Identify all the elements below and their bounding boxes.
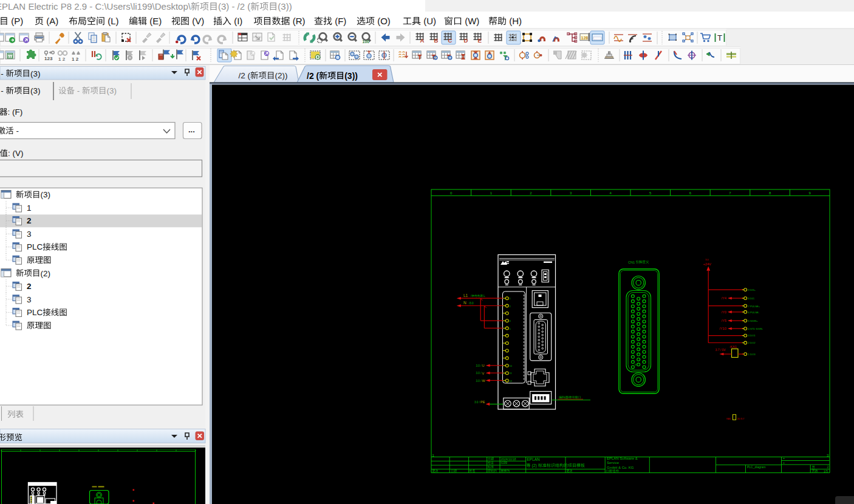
svg-text:/2: /2 (239, 71, 245, 80)
svg-text:PULSE+: PULSE+ (750, 305, 760, 308)
svg-text:(3): (3) (107, 86, 117, 95)
svg-text:(F): (F) (335, 16, 346, 26)
svg-text:(: ( (316, 71, 319, 81)
svg-text:-: - (16, 126, 19, 135)
svg-text:(V): (V) (13, 149, 24, 158)
svg-text:123: 123 (44, 56, 53, 61)
svg-text:Service: Service (607, 461, 620, 465)
svg-text:(3): (3) (218, 1, 229, 12)
svg-text:-: - (232, 1, 235, 12)
svg-text:Software: Software (620, 457, 634, 460)
svg-text:STD: STD (750, 327, 755, 330)
svg-text:DI3+: DI3+ (750, 288, 756, 291)
svg-text:10: 10 (510, 364, 513, 367)
svg-text:(O): (O) (377, 16, 391, 26)
svg-text:PLC_diagram: PLC_diagram (747, 465, 766, 469)
svg-text:0V: 0V (722, 348, 726, 352)
svg-text:20: 20 (737, 418, 740, 420)
svg-text:(2): (2) (531, 463, 537, 468)
svg-text:(2): (2) (41, 269, 51, 278)
svg-text:3: 3 (27, 230, 32, 239)
svg-text:2: 2 (63, 56, 66, 62)
svg-text:T: T (717, 33, 722, 43)
svg-text:/Y0: /Y0 (721, 310, 726, 314)
svg-text:PE: PE (480, 400, 485, 404)
svg-text:/2: /2 (237, 1, 245, 12)
svg-text:L: L (483, 295, 485, 298)
svg-text:3.0: 3.0 (476, 364, 480, 367)
svg-text:EPLAN: EPLAN (527, 457, 541, 461)
svg-text:1: 1 (27, 203, 32, 213)
svg-text:PLC: PLC (27, 308, 43, 317)
svg-text:-: - (77, 86, 80, 95)
svg-text:3: 3 (27, 295, 32, 304)
svg-text:1: 1 (58, 56, 61, 62)
svg-text:(W): (W) (465, 16, 479, 26)
svg-text:B: B (434, 37, 439, 44)
svg-text:(P): (P) (11, 16, 23, 26)
svg-text:/3.0: /3.0 (469, 302, 474, 305)
svg-text:N: N (463, 301, 466, 305)
svg-text:/2: /2 (307, 71, 314, 81)
svg-text:-: - (89, 1, 92, 12)
svg-text:(A): (A) (46, 16, 58, 26)
svg-text:CN1: CN1 (628, 261, 635, 264)
svg-text:...: ... (188, 125, 195, 134)
svg-text:2: 2 (27, 216, 32, 225)
svg-text:&: & (618, 466, 621, 469)
svg-text:DO3: DO3 (750, 353, 756, 356)
svg-text:W: W (482, 379, 486, 383)
svg-text::: : (8, 107, 10, 117)
svg-text:3.0: 3.0 (476, 372, 480, 375)
svg-text:2024/10/18: 2024/10/18 (501, 457, 516, 461)
svg-text:+24V: +24V (703, 262, 711, 266)
svg-text:(3): (3) (30, 69, 41, 78)
svg-text:(H): (H) (509, 16, 522, 26)
svg-text:-: - (1, 69, 4, 78)
svg-text:(3): (3) (30, 86, 41, 95)
svg-text:(: ( (247, 1, 250, 12)
svg-text:(U): (U) (423, 16, 436, 26)
svg-text:(L): (L) (108, 16, 118, 26)
svg-text:Electric: Electric (28, 1, 58, 12)
svg-text:(3): (3) (41, 190, 51, 199)
svg-text:&: & (635, 457, 638, 460)
svg-text:P8: P8 (61, 1, 72, 12)
svg-text:128: 128 (581, 36, 589, 40)
svg-text:PULSE-: PULSE- (750, 311, 760, 314)
svg-text:2: 2 (27, 282, 32, 291)
svg-text:3.0: 3.0 (474, 401, 479, 404)
svg-text:-: - (1, 86, 4, 95)
svg-text:(E): (E) (149, 16, 162, 26)
svg-text:DI2-: DI2- (750, 297, 756, 300)
svg-text:(3)): (3)) (278, 1, 292, 12)
svg-text:D: D (464, 37, 468, 44)
svg-text:3.0: 3.0 (705, 258, 709, 261)
svg-text:/Y10: /Y10 (719, 327, 726, 330)
svg-text:2.9: 2.9 (74, 1, 87, 12)
svg-text:-KA1: -KA1 (729, 345, 737, 349)
svg-text:GmbH: GmbH (607, 466, 617, 469)
svg-text:(R): (R) (293, 16, 306, 26)
svg-text:L1: L1 (463, 293, 468, 298)
svg-text:V: V (482, 372, 485, 375)
svg-text:SIGN-: SIGN- (756, 327, 763, 330)
svg-text:3.0: 3.0 (476, 380, 480, 383)
svg-text:KG: KG (629, 466, 634, 469)
svg-text:(I): (I) (234, 16, 242, 26)
svg-text:A: A (420, 37, 425, 44)
svg-text:EPLAN: EPLAN (0, 1, 26, 12)
svg-text:E: E (478, 37, 482, 44)
svg-text:C: C (448, 37, 453, 44)
svg-text:3.7: 3.7 (716, 348, 720, 352)
svg-text:C:\Users\li199\Desktop\: C:\Users\li199\Desktop\ (95, 1, 191, 12)
svg-text:2: 2 (76, 56, 79, 62)
svg-text:/Y4: /Y4 (721, 296, 726, 300)
svg-text:U: U (482, 364, 485, 367)
svg-text::: : (8, 149, 10, 158)
svg-text:(F): (F) (12, 107, 22, 117)
svg-text:Co.: Co. (622, 466, 628, 469)
svg-text:12: 12 (510, 380, 513, 383)
svg-text:DO1: DO1 (750, 334, 756, 337)
svg-text:(: ( (248, 71, 251, 80)
